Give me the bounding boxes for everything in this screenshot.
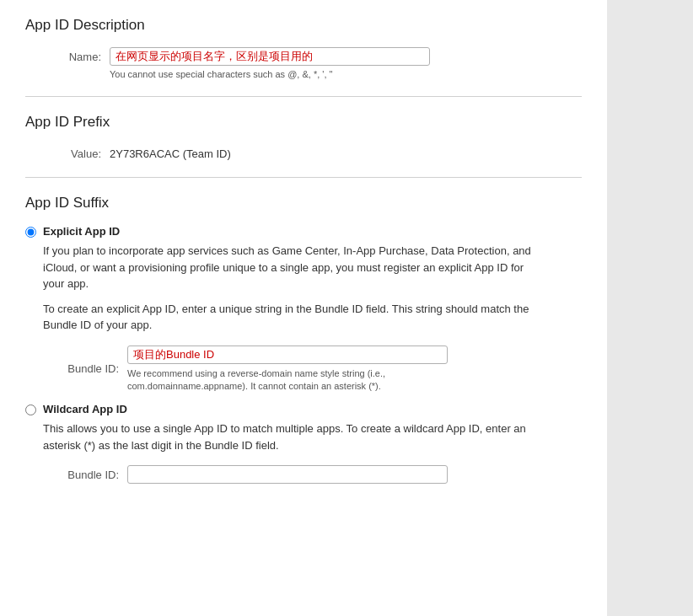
app-id-prefix-title: App ID Prefix <box>25 114 582 131</box>
app-id-prefix-section: App ID Prefix Value: 2Y73R6ACAC (Team ID… <box>25 114 582 160</box>
wildcard-app-id-option: Wildcard App ID This allows you to use a… <box>25 403 582 484</box>
app-id-description-title: App ID Description <box>25 17 582 34</box>
explicit-app-id-option: Explicit App ID If you plan to incorpora… <box>25 225 582 393</box>
main-content: App ID Description Name: You cannot use … <box>0 0 607 616</box>
explicit-radio[interactable] <box>25 227 36 238</box>
explicit-description-2: To create an explicit App ID, enter a un… <box>43 301 540 334</box>
explicit-description-1: If you plan to incorporate app services … <box>43 243 540 292</box>
wildcard-option-content: Wildcard App ID This allows you to use a… <box>43 403 540 484</box>
app-id-description-section: App ID Description Name: You cannot use … <box>25 17 582 79</box>
explicit-bundle-field-wrapper: We recommend using a reverse-domain name… <box>127 345 448 394</box>
name-label: Name: <box>25 47 110 63</box>
explicit-option-content: Explicit App ID If you plan to incorpora… <box>43 225 540 393</box>
prefix-value: 2Y73R6ACAC (Team ID) <box>110 144 231 160</box>
name-field-wrapper: You cannot use special characters such a… <box>110 47 582 79</box>
name-hint: You cannot use special characters such a… <box>110 69 582 79</box>
wildcard-option-label: Wildcard App ID <box>43 403 540 415</box>
wildcard-description: This allows you to use a single App ID t… <box>43 420 540 453</box>
prefix-value-row: Value: 2Y73R6ACAC (Team ID) <box>25 144 582 160</box>
sidebar <box>607 0 693 616</box>
wildcard-bundle-label: Bundle ID: <box>43 469 127 481</box>
prefix-value-label: Value: <box>25 144 110 160</box>
divider-1 <box>25 96 582 97</box>
app-id-suffix-title: App ID Suffix <box>25 195 582 212</box>
explicit-bundle-row: Bundle ID: We recommend using a reverse-… <box>43 345 540 394</box>
name-input[interactable] <box>110 47 430 66</box>
app-id-suffix-section: App ID Suffix Explicit App ID If you pla… <box>25 195 582 484</box>
wildcard-bundle-input[interactable] <box>127 465 448 484</box>
wildcard-radio[interactable] <box>25 404 36 415</box>
wildcard-bundle-row: Bundle ID: <box>43 465 540 484</box>
explicit-bundle-input[interactable] <box>127 345 448 364</box>
explicit-bundle-hint: We recommend using a reverse-domain name… <box>127 367 448 394</box>
name-row: Name: You cannot use special characters … <box>25 47 582 79</box>
explicit-option-label: Explicit App ID <box>43 225 540 238</box>
divider-2 <box>25 177 582 178</box>
explicit-bundle-label: Bundle ID: <box>43 362 127 375</box>
wildcard-bundle-field-wrapper <box>127 465 448 484</box>
